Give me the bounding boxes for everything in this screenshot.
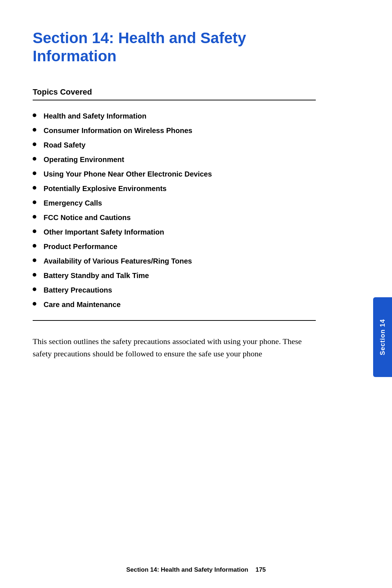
list-item: Health and Safety Information (33, 111, 316, 121)
list-item: Using Your Phone Near Other Electronic D… (33, 169, 316, 179)
bullet-icon (33, 113, 36, 117)
list-item: Availability of Various Features/Ring To… (33, 256, 316, 266)
list-item: Battery Standby and Talk Time (33, 271, 316, 280)
bullet-icon (33, 128, 36, 132)
bullet-icon (33, 229, 36, 233)
section-tab: Section 14 (373, 297, 392, 377)
bullet-icon (33, 287, 36, 291)
description-text: This section outlines the safety precaut… (33, 335, 316, 360)
topics-covered-label: Topics Covered (33, 87, 316, 97)
list-item: Emergency Calls (33, 198, 316, 208)
list-item: Product Performance (33, 242, 316, 251)
list-item: FCC Notice and Cautions (33, 213, 316, 222)
list-item: Care and Maintenance (33, 300, 316, 309)
bullet-icon (33, 157, 36, 161)
bullet-icon (33, 273, 36, 277)
topics-list: Health and Safety Information Consumer I… (33, 111, 316, 309)
list-item: Potentially Explosive Environments (33, 184, 316, 193)
bullet-icon (33, 244, 36, 248)
content-area: Section 14: Health and Safety Informatio… (0, 0, 348, 389)
footer-page-number: 175 (256, 566, 266, 573)
bullet-icon (33, 200, 36, 204)
bullet-icon (33, 142, 36, 146)
list-item: Battery Precautions (33, 285, 316, 295)
page-container: Section 14: Health and Safety Informatio… (0, 0, 392, 588)
page-title: Section 14: Health and Safety Informatio… (33, 29, 316, 66)
footer-area: Section 14: Health and Safety Informatio… (0, 566, 392, 573)
bullet-icon (33, 171, 36, 175)
bullet-icon (33, 258, 36, 262)
list-item: Operating Environment (33, 155, 316, 164)
divider-bottom (33, 320, 316, 321)
divider-top (33, 100, 316, 100)
footer-label: Section 14: Health and Safety Informatio… (126, 566, 248, 573)
side-tab-label: Section 14 (379, 319, 387, 355)
bullet-icon (33, 215, 36, 219)
list-item: Other Important Safety Information (33, 227, 316, 237)
bullet-icon (33, 186, 36, 190)
list-item: Road Safety (33, 140, 316, 150)
list-item: Consumer Information on Wireless Phones (33, 126, 316, 135)
bullet-icon (33, 302, 36, 306)
